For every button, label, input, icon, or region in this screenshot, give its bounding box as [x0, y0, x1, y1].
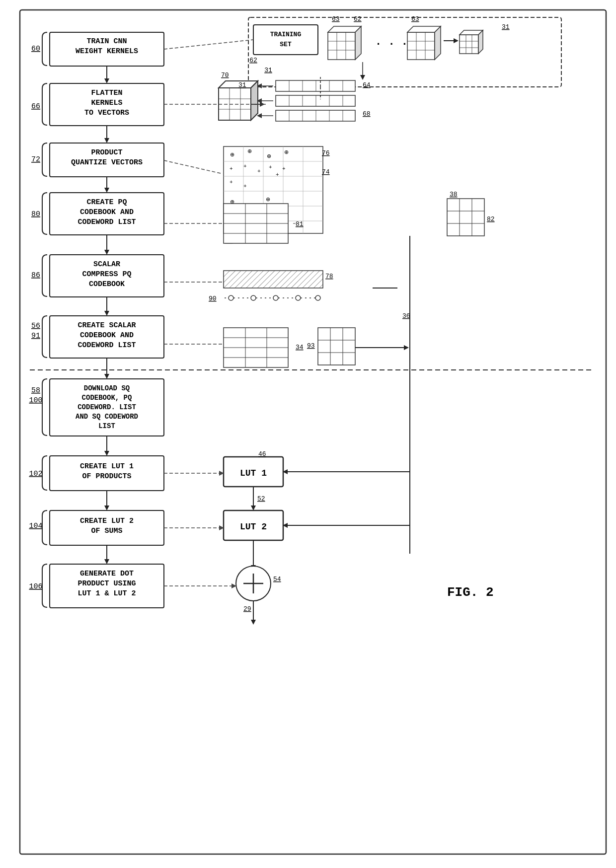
svg-marker-88 — [435, 26, 441, 60]
svg-text:CREATE  PQ: CREATE PQ — [86, 198, 127, 207]
svg-text:QUANTIZE  VECTORS: QUANTIZE VECTORS — [71, 158, 143, 167]
svg-rect-115 — [276, 80, 355, 91]
svg-text:OF  PRODUCTS: OF PRODUCTS — [82, 472, 131, 481]
svg-text:72: 72 — [31, 155, 40, 164]
svg-text:SCALAR: SCALAR — [93, 260, 120, 269]
svg-text:102: 102 — [29, 470, 42, 478]
svg-text:LIST: LIST — [98, 422, 115, 430]
svg-text:FLATTEN: FLATTEN — [91, 89, 122, 97]
svg-text:DOWNLOAD  SQ: DOWNLOAD SQ — [84, 384, 130, 392]
svg-text:82: 82 — [487, 216, 495, 223]
svg-rect-76 — [328, 32, 355, 60]
svg-text:68: 68 — [363, 110, 371, 118]
svg-marker-78 — [355, 26, 361, 60]
svg-text:CREATE  LUT  1: CREATE LUT 1 — [80, 462, 134, 471]
svg-text:63: 63 — [411, 15, 419, 23]
svg-point-193 — [296, 295, 301, 300]
svg-text:FIG. 2: FIG. 2 — [447, 585, 494, 600]
svg-text:76: 76 — [322, 149, 330, 157]
svg-text:74: 74 — [322, 168, 330, 176]
svg-text:100: 100 — [29, 396, 42, 405]
svg-text:78: 78 — [325, 273, 333, 280]
svg-text:⊕: ⊕ — [247, 148, 252, 154]
svg-text:KERNELS: KERNELS — [91, 99, 122, 107]
svg-text:CODEWORD.  LIST: CODEWORD. LIST — [77, 403, 136, 411]
svg-text:GENERATE  DOT: GENERATE DOT — [80, 570, 134, 578]
svg-rect-205 — [318, 328, 355, 365]
svg-text:36: 36 — [402, 312, 410, 320]
svg-point-190 — [229, 295, 233, 300]
svg-rect-96 — [460, 35, 478, 54]
svg-text:⊕: ⊕ — [284, 149, 289, 155]
svg-text:34: 34 — [296, 344, 304, 351]
svg-text:CODEWORD  LIST: CODEWORD LIST — [77, 218, 136, 226]
svg-text:66: 66 — [31, 102, 40, 111]
svg-text:54: 54 — [273, 576, 281, 583]
svg-text:AND  SQ  CODEWORD: AND SQ CODEWORD — [76, 413, 138, 421]
svg-text:CODEBOOK  AND: CODEBOOK AND — [80, 331, 134, 340]
svg-text:46: 46 — [258, 450, 266, 458]
main-svg: TRAIN CNN WEIGHT KERNELS 60 FLATTEN KERN… — [0, 0, 616, 868]
svg-text:WEIGHT  KERNELS: WEIGHT KERNELS — [76, 47, 138, 56]
svg-text:CREATE  SCALAR: CREATE SCALAR — [77, 321, 136, 330]
svg-text:+: + — [269, 164, 272, 170]
svg-text:63: 63 — [332, 15, 340, 23]
svg-text:31: 31 — [502, 23, 510, 31]
svg-text:TRAINING: TRAINING — [270, 31, 302, 38]
svg-point-192 — [273, 295, 278, 300]
svg-text:CODEBOOK,  PQ: CODEBOOK, PQ — [82, 394, 132, 402]
svg-rect-86 — [407, 32, 435, 60]
svg-text:⊕: ⊕ — [266, 197, 270, 203]
svg-text:70: 70 — [221, 72, 229, 79]
svg-text:31: 31 — [264, 67, 272, 74]
svg-text:38: 38 — [450, 191, 458, 198]
svg-text:62: 62 — [354, 15, 362, 23]
svg-text:+: + — [243, 183, 247, 189]
svg-text:90: 90 — [209, 295, 217, 302]
svg-rect-117 — [276, 110, 355, 121]
svg-text:58: 58 — [31, 386, 40, 395]
diagram-container: TRAIN CNN WEIGHT KERNELS 60 FLATTEN KERN… — [0, 0, 616, 868]
svg-text:CODEBOOK: CODEBOOK — [89, 280, 125, 289]
svg-text:+: + — [230, 179, 233, 185]
svg-text:+: + — [243, 163, 247, 169]
svg-text:LUT 1: LUT 1 — [240, 468, 267, 478]
svg-point-191 — [251, 295, 256, 300]
svg-text:104: 104 — [29, 522, 42, 530]
svg-text:56: 56 — [31, 322, 40, 330]
svg-text:52: 52 — [257, 495, 265, 503]
svg-text:81: 81 — [296, 220, 304, 228]
svg-text:+: + — [282, 166, 286, 172]
svg-rect-71 — [253, 25, 318, 55]
svg-text:86: 86 — [31, 271, 40, 280]
svg-text:CODEBOOK  AND: CODEBOOK AND — [80, 208, 134, 217]
svg-text:COMPRESS  PQ: COMPRESS PQ — [82, 270, 131, 279]
svg-rect-116 — [276, 95, 355, 106]
svg-text:93: 93 — [307, 342, 315, 350]
svg-rect-188 — [224, 271, 323, 288]
svg-text:106: 106 — [29, 582, 42, 591]
svg-text:CREATE  LUT  2: CREATE LUT 2 — [80, 517, 134, 525]
svg-text:⊕: ⊕ — [267, 153, 271, 159]
svg-text:80: 80 — [31, 210, 40, 218]
svg-text:31: 31 — [238, 81, 246, 89]
svg-text:SET: SET — [280, 41, 292, 48]
svg-text:LUT  1  &  LUT  2: LUT 1 & LUT 2 — [77, 589, 136, 598]
svg-text:+: + — [230, 166, 233, 172]
svg-text:62: 62 — [249, 57, 257, 64]
svg-text:⊕: ⊕ — [230, 152, 234, 158]
svg-marker-98 — [478, 30, 483, 54]
svg-text:OF  SUMS: OF SUMS — [91, 527, 122, 535]
svg-text:TO  VECTORS: TO VECTORS — [84, 109, 129, 117]
svg-text:. . .: . . . — [375, 36, 408, 48]
svg-text:+: + — [257, 168, 261, 174]
svg-text:91: 91 — [31, 332, 40, 340]
svg-text:60: 60 — [31, 45, 40, 53]
svg-text:TRAIN  CNN: TRAIN CNN — [86, 37, 127, 46]
svg-point-194 — [315, 295, 320, 300]
svg-text:+: + — [276, 172, 279, 178]
svg-text:64: 64 — [363, 81, 371, 89]
svg-marker-106 — [251, 81, 258, 120]
svg-text:29: 29 — [243, 605, 251, 613]
svg-rect-180 — [447, 199, 484, 236]
